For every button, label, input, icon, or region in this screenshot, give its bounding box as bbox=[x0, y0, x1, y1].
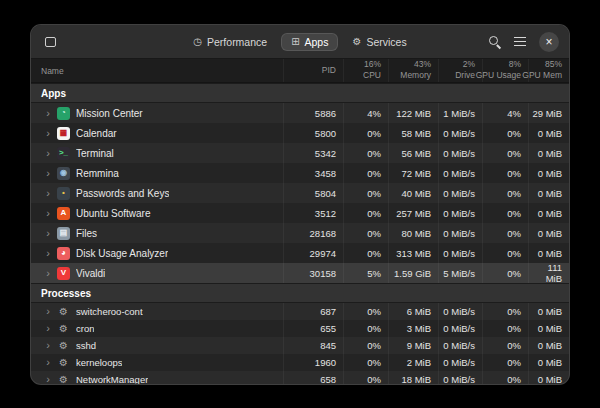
cell-gpu: 0% bbox=[482, 163, 528, 183]
search-icon[interactable] bbox=[488, 35, 501, 48]
app-name: Files bbox=[76, 228, 97, 239]
expand-chevron-icon[interactable]: › bbox=[41, 148, 55, 159]
cell-pid: 687 bbox=[283, 303, 343, 320]
cell-gpu: 4% bbox=[482, 103, 528, 123]
table-row[interactable]: ›⚙kerneloops19600%2 MiB0 MiB/s0%0 MiB bbox=[31, 354, 569, 371]
table-row[interactable]: ›⚙NetworkManager6580%18 MiB0 MiB/s0%0 Mi… bbox=[31, 371, 569, 384]
column-header-pid[interactable]: PID bbox=[283, 59, 343, 82]
expand-chevron-icon[interactable]: › bbox=[41, 268, 55, 279]
expand-chevron-icon[interactable]: › bbox=[41, 168, 55, 179]
titlebar-left bbox=[41, 37, 151, 47]
cell-gpu_mem: 0 MiB bbox=[528, 223, 569, 243]
row-name-cell: ›◕Disk Usage Analyzer bbox=[31, 243, 283, 263]
column-gpu-mem-label: GPU Mem bbox=[522, 71, 562, 81]
tab-services[interactable]: ⚙ Services bbox=[342, 33, 416, 51]
window-icon[interactable] bbox=[45, 37, 56, 47]
table-row[interactable]: ›◕Disk Usage Analyzer299740%313 MiB0 MiB… bbox=[31, 243, 569, 263]
cell-memory: 56 MiB bbox=[388, 143, 438, 163]
tab-apps[interactable]: ⊞ Apps bbox=[281, 33, 338, 51]
expand-chevron-icon[interactable]: › bbox=[41, 248, 55, 259]
expand-chevron-icon[interactable]: › bbox=[41, 323, 55, 334]
column-header-gpu-usage[interactable]: 8% GPU Usage bbox=[482, 59, 528, 82]
cell-memory: 257 MiB bbox=[388, 203, 438, 223]
cell-cpu: 0% bbox=[343, 354, 388, 371]
disk-usage-analyzer-icon: ◕ bbox=[57, 247, 70, 260]
table-row[interactable]: ›>_Terminal53420%56 MiB0 MiB/s0%0 MiB bbox=[31, 143, 569, 163]
table-body: Apps›◔Mission Center58864%122 MiB1 MiB/s… bbox=[31, 83, 569, 384]
cell-memory: 80 MiB bbox=[388, 223, 438, 243]
column-header-memory[interactable]: 43% Memory bbox=[388, 59, 438, 82]
cell-gpu: 0% bbox=[482, 354, 528, 371]
table-row[interactable]: ›◉Remmina34580%72 MiB0 MiB/s0%0 MiB bbox=[31, 163, 569, 183]
gpu-total-percent: 8% bbox=[509, 60, 521, 70]
column-header-name[interactable]: Name bbox=[31, 59, 283, 82]
table-row[interactable]: ›▤Files281680%80 MiB0 MiB/s0%0 MiB bbox=[31, 223, 569, 243]
row-name-cell: ›◔Mission Center bbox=[31, 103, 283, 123]
expand-chevron-icon[interactable]: › bbox=[41, 208, 55, 219]
cell-pid: 5804 bbox=[283, 183, 343, 203]
table-row[interactable]: ›⚙sshd8450%9 MiB0 MiB/s0%0 MiB bbox=[31, 337, 569, 354]
cell-memory: 1.59 GiB bbox=[388, 263, 438, 283]
cell-cpu: 0% bbox=[343, 320, 388, 337]
cell-pid: 29974 bbox=[283, 243, 343, 263]
cell-gpu_mem: 0 MiB bbox=[528, 243, 569, 263]
close-button[interactable]: × bbox=[539, 32, 559, 52]
cell-gpu_mem: 0 MiB bbox=[528, 303, 569, 320]
expand-chevron-icon[interactable]: › bbox=[41, 128, 55, 139]
drive-total-percent: 2% bbox=[463, 60, 475, 70]
expand-chevron-icon[interactable]: › bbox=[41, 228, 55, 239]
section-header-processes: Processes bbox=[31, 283, 569, 303]
cell-pid: 845 bbox=[283, 337, 343, 354]
expand-chevron-icon[interactable]: › bbox=[41, 188, 55, 199]
table-row[interactable]: ›⚙switcheroo-cont6870%6 MiB0 MiB/s0%0 Mi… bbox=[31, 303, 569, 320]
cell-gpu_mem: 0 MiB bbox=[528, 143, 569, 163]
row-name-cell: ›▤Files bbox=[31, 223, 283, 243]
memory-total-percent: 43% bbox=[414, 60, 431, 70]
table-row[interactable]: ›⚙cron6550%3 MiB0 MiB/s0%0 MiB bbox=[31, 320, 569, 337]
table-row[interactable]: ›▦Calendar58000%58 MiB0 MiB/s0%0 MiB bbox=[31, 123, 569, 143]
app-name: Mission Center bbox=[76, 108, 143, 119]
tab-performance[interactable]: ◷ Performance bbox=[183, 33, 277, 51]
gear-icon: ⚙ bbox=[352, 37, 361, 47]
cell-cpu: 0% bbox=[343, 371, 388, 384]
cell-memory: 313 MiB bbox=[388, 243, 438, 263]
titlebar-right: × bbox=[449, 32, 559, 52]
cell-drive: 0 MiB/s bbox=[438, 371, 482, 384]
table-row[interactable]: ›AUbuntu Software35120%257 MiB0 MiB/s0%0… bbox=[31, 203, 569, 223]
apps-table: Name PID 16% CPU 43% Memory 2% Drive 8% … bbox=[31, 59, 569, 384]
app-name: switcheroo-cont bbox=[76, 306, 143, 317]
cell-pid: 3458 bbox=[283, 163, 343, 183]
hamburger-menu-icon[interactable] bbox=[514, 37, 526, 46]
cell-memory: 58 MiB bbox=[388, 123, 438, 143]
process-icon: ⚙ bbox=[57, 305, 70, 318]
app-name: Remmina bbox=[76, 168, 119, 179]
cell-memory: 122 MiB bbox=[388, 103, 438, 123]
expand-chevron-icon[interactable]: › bbox=[41, 108, 55, 119]
table-row[interactable]: ›VVivaldi301585%1.59 GiB5 MiB/s0%111 MiB bbox=[31, 263, 569, 283]
cell-drive: 0 MiB/s bbox=[438, 123, 482, 143]
expand-chevron-icon[interactable]: › bbox=[41, 357, 55, 368]
column-header-cpu[interactable]: 16% CPU bbox=[343, 59, 388, 82]
expand-chevron-icon[interactable]: › bbox=[41, 374, 55, 384]
cell-pid: 655 bbox=[283, 320, 343, 337]
process-icon: ⚙ bbox=[57, 356, 70, 369]
cell-gpu: 0% bbox=[482, 223, 528, 243]
process-icon: ⚙ bbox=[57, 322, 70, 335]
cell-pid: 30158 bbox=[283, 263, 343, 283]
cell-drive: 1 MiB/s bbox=[438, 103, 482, 123]
cell-pid: 3512 bbox=[283, 203, 343, 223]
row-name-cell: ›⚙NetworkManager bbox=[31, 371, 283, 384]
cell-gpu_mem: 0 MiB bbox=[528, 337, 569, 354]
expand-chevron-icon[interactable]: › bbox=[41, 340, 55, 351]
cell-gpu_mem: 0 MiB bbox=[528, 163, 569, 183]
cell-cpu: 0% bbox=[343, 143, 388, 163]
table-row[interactable]: ›◔Mission Center58864%122 MiB1 MiB/s4%29… bbox=[31, 103, 569, 123]
column-header-gpu-mem[interactable]: 85% GPU Mem bbox=[528, 59, 569, 82]
passwords-and-keys-icon: • bbox=[57, 187, 70, 200]
column-drive-label: Drive bbox=[455, 71, 475, 81]
expand-chevron-icon[interactable]: › bbox=[41, 306, 55, 317]
cell-gpu: 0% bbox=[482, 337, 528, 354]
table-row[interactable]: ›•Passwords and Keys58040%40 MiB0 MiB/s0… bbox=[31, 183, 569, 203]
cell-memory: 72 MiB bbox=[388, 163, 438, 183]
cell-drive: 0 MiB/s bbox=[438, 354, 482, 371]
